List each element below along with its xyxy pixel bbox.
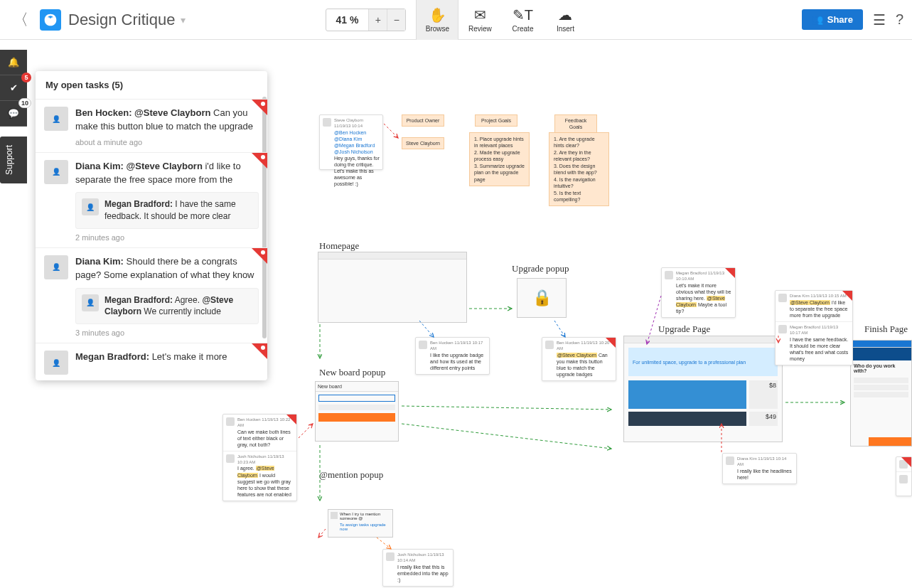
mode-insert[interactable]: ☁ Insert <box>544 0 586 40</box>
canvas-comment[interactable]: Diana Kim 11/19/13 10:15 AM@Steve Claybo… <box>775 290 853 365</box>
zoom-control: 41 % + − <box>326 9 407 31</box>
sticky-note[interactable]: Steve Clayborn <box>402 137 444 149</box>
review-icon: ✉ <box>474 6 486 23</box>
help-icon[interactable]: ? <box>896 11 903 28</box>
board-title: Design Critique <box>68 11 175 29</box>
section-label: Upgrade popup <box>512 263 569 274</box>
center-toolbar: 41 % + − ✋ Browse ✉ Review ✎T Create ☁ I… <box>326 0 587 39</box>
canvas-mockup[interactable]: For unlimited space, upgrade to a profes… <box>623 336 783 442</box>
canvas-comment[interactable]: Steve Clayborn 11/19/13 10:14 @Ben Hocke… <box>319 114 383 170</box>
section-label: @mention popup <box>319 469 383 481</box>
sticky-note[interactable]: Feedback Goals <box>554 114 597 134</box>
avatar <box>778 325 787 333</box>
sticky-note[interactable]: Product Owner <box>402 114 444 127</box>
zoom-in-button[interactable]: + <box>368 9 387 31</box>
section-label: Finish Page <box>864 324 908 335</box>
canvas-mockup[interactable]: New board <box>315 381 399 442</box>
canvas-comment[interactable]: Megan Bradford 11/19/13 10:10 AMLet's ma… <box>661 267 736 318</box>
mode-create[interactable]: ✎T Create <box>501 0 544 40</box>
canvas-comment[interactable] <box>896 456 912 496</box>
hand-icon: ✋ <box>429 6 446 23</box>
canvas-comment[interactable]: Josh Nicholson 11/19/13 10:14 AMI really… <box>382 549 454 587</box>
sticky-note[interactable]: 1. Place upgrade hints in relevant place… <box>469 132 530 186</box>
avatar <box>665 271 673 279</box>
list-icon[interactable]: ☰ <box>873 11 886 28</box>
avatar <box>323 118 331 127</box>
sticky-note[interactable]: Project Goals <box>475 114 517 127</box>
right-toolbar: 👥 Share ☰ ? <box>802 9 903 30</box>
avatar <box>726 456 734 465</box>
canvas[interactable]: Steve Clayborn 11/19/13 10:14 @Ben Hocke… <box>0 40 912 588</box>
avatar <box>226 454 235 463</box>
avatar <box>545 341 554 349</box>
chevron-down-icon: ▾ <box>181 14 186 26</box>
section-label: Upgrade Page <box>658 324 710 335</box>
avatar <box>419 341 427 349</box>
avatar <box>386 552 395 561</box>
people-icon: 👥 <box>812 14 823 25</box>
canvas-comment[interactable]: Ben Hocken 11/19/13 10:17 AMI like the u… <box>415 337 490 375</box>
mode-browse[interactable]: ✋ Browse <box>416 0 458 40</box>
canvas-comment[interactable]: Ben Hocken 11/19/13 10:20 AM@Steve Clayb… <box>542 337 616 381</box>
board-title-wrap[interactable]: Design Critique ▾ <box>68 11 186 29</box>
section-label: Homepage <box>319 240 359 252</box>
cloud-upload-icon: ☁ <box>558 6 572 23</box>
canvas-mockup[interactable]: 🔒 <box>517 278 567 318</box>
share-button[interactable]: 👥 Share <box>802 9 863 30</box>
create-icon: ✎T <box>513 6 533 23</box>
avatar <box>899 475 908 483</box>
canvas-comment[interactable]: Ben Hocken 11/19/13 10:22 AMCan we make … <box>222 414 297 501</box>
app-logo-icon[interactable] <box>40 9 61 31</box>
avatar <box>778 294 787 302</box>
avatar <box>226 417 235 426</box>
canvas-mockup[interactable]: When I try to mention someone @ To assig… <box>328 509 393 538</box>
top-toolbar: 〈 Design Critique ▾ 41 % + − ✋ Browse ✉ … <box>0 0 912 40</box>
canvas-mockup[interactable] <box>318 252 467 323</box>
canvas-mockup[interactable]: Who do you work with? <box>850 340 912 447</box>
section-label: New board popup <box>319 367 385 378</box>
canvas-comment[interactable]: Diana Kim 11/19/13 10:14 AMI really like… <box>722 453 797 484</box>
back-button[interactable]: 〈 <box>9 6 33 33</box>
zoom-value: 41 % <box>326 14 369 26</box>
mode-review[interactable]: ✉ Review <box>458 0 501 40</box>
sticky-note[interactable]: 1. Are the upgrade hints clear? 2. Are t… <box>549 132 609 206</box>
zoom-out-button[interactable]: − <box>387 9 405 31</box>
